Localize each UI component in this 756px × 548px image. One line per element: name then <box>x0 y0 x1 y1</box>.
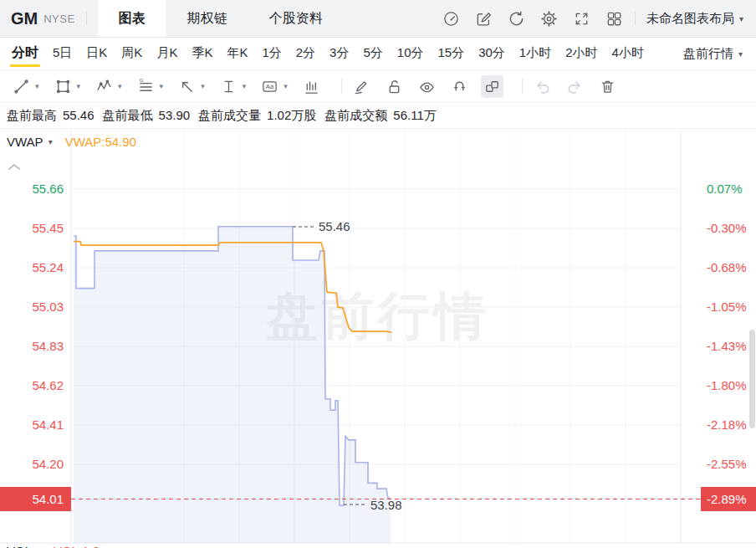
volume-pane-header: VOL ▾ VOL:1.0 <box>7 544 100 548</box>
tool-group: Aa ▾ <box>258 75 292 98</box>
caret-down-icon[interactable]: ▾ <box>118 82 122 90</box>
caret-down-icon[interactable]: ▾ <box>243 82 247 90</box>
timeframe-季K[interactable]: 季K <box>190 38 214 69</box>
rectangle-icon[interactable] <box>52 75 74 98</box>
percent-axis-label: -1.05% <box>707 300 747 315</box>
eye-icon[interactable] <box>416 75 438 98</box>
apps-grid-icon[interactable] <box>605 9 624 28</box>
indicator-row: VWAP ▾ VWAP:54.90 <box>7 135 136 149</box>
gauge-icon[interactable] <box>442 9 461 28</box>
percent-axis-label: -0.68% <box>707 260 747 275</box>
price-axis-label: 55.45 <box>0 221 64 236</box>
undo-icon[interactable] <box>531 75 554 98</box>
elliott-wave-icon[interactable] <box>93 75 115 98</box>
timeframe-30分[interactable]: 30分 <box>477 38 507 69</box>
stat-item: 盘前最低53.90 <box>103 108 191 124</box>
timeframe-10分[interactable]: 10分 <box>396 38 426 69</box>
redo-icon[interactable] <box>564 75 586 98</box>
timeframe-bar: 分时5日日K周K月K季K年K1分2分3分5分10分15分30分1小时2小时4小时… <box>0 38 756 70</box>
divider <box>635 12 636 25</box>
timeframe-2小时[interactable]: 2小时 <box>564 38 599 69</box>
tab-1[interactable]: 图表 <box>98 0 166 37</box>
session-label: 盘前行情 <box>683 46 733 62</box>
volume-pane-name[interactable]: VOL <box>7 544 32 548</box>
timeframe-1分[interactable]: 1分 <box>260 38 283 69</box>
price-range-icon[interactable] <box>217 75 240 98</box>
price-axis-label: 55.24 <box>0 260 64 275</box>
timeframe-年K[interactable]: 年K <box>225 38 249 69</box>
indicator-name[interactable]: VWAP <box>7 135 43 149</box>
top-tab-bar: GM NYSE 图表期权链个股资料 <box>0 0 756 38</box>
settings-icon[interactable] <box>540 9 559 28</box>
axis-scrollbar[interactable] <box>749 330 755 428</box>
timeframe-5分[interactable]: 5分 <box>361 38 384 69</box>
magnet-icon[interactable] <box>448 75 471 98</box>
pattern-icon[interactable] <box>300 75 323 98</box>
premarket-stats-bar: 盘前最高55.46盘前最低53.90盘前成交量1.02万股盘前成交额56.11万 <box>0 103 756 129</box>
timeframe-items: 分时5日日K周K月K季K年K1分2分3分5分10分15分30分1小时2小时4小时 <box>10 38 646 69</box>
svg-text:G: G <box>139 78 143 83</box>
session-selector[interactable]: 盘前行情 ▾ <box>683 46 743 62</box>
tool-group: ▾ <box>217 75 251 98</box>
stat-item: 盘前成交量1.02万股 <box>198 108 316 124</box>
stat-item: 盘前成交额56.11万 <box>324 108 436 124</box>
caret-down-icon[interactable]: ▾ <box>77 82 81 90</box>
chart-area: 盘前行情 VWAP ▾ VWAP:54.90 55.6655.4555.2455… <box>0 129 756 548</box>
indicator-readout: VWAP:54.90 <box>65 135 136 149</box>
percent-axis-label: 0.07% <box>707 182 743 197</box>
percent-axis-label: -1.43% <box>707 339 747 354</box>
fullscreen-icon[interactable] <box>573 9 591 28</box>
stat-item: 盘前最高55.46 <box>7 108 94 124</box>
price-axis-label: 54.20 <box>0 457 64 472</box>
brush-icon[interactable] <box>350 75 373 98</box>
timeframe-日K[interactable]: 日K <box>84 38 109 69</box>
price-axis-label: 54.41 <box>0 417 64 433</box>
caret-down-icon[interactable]: ▾ <box>201 82 205 90</box>
text-icon[interactable]: Aa <box>258 75 281 98</box>
drawing-toolbar: ▾ ▾ ▾ G ▾ ▾ ▾ Aa <box>0 70 756 103</box>
arrow-icon[interactable] <box>176 75 198 98</box>
price-area-fill <box>74 227 391 543</box>
percent-axis-label: -0.30% <box>707 221 747 236</box>
timeframe-分时[interactable]: 分时 <box>10 38 40 69</box>
price-chart <box>0 129 756 548</box>
layout-selector[interactable]: 未命名图表布局 ▾ <box>646 11 743 27</box>
unlock-icon[interactable] <box>383 75 406 98</box>
tab-3[interactable]: 个股资料 <box>248 0 344 37</box>
tool-group: ▾ <box>10 75 43 98</box>
current-price-badge: 54.01 <box>0 487 71 511</box>
tool-group: ▾ <box>176 75 209 98</box>
price-axis-label: 55.66 <box>0 182 64 197</box>
current-percent-badge: -2.89% <box>701 487 756 511</box>
tab-2[interactable]: 期权链 <box>166 0 248 37</box>
timeframe-3分[interactable]: 3分 <box>328 38 350 69</box>
collapse-chevron-icon[interactable] <box>8 159 21 174</box>
caret-down-icon[interactable]: ▾ <box>49 137 53 146</box>
percent-axis-label: -1.80% <box>707 378 747 393</box>
edit-icon[interactable] <box>475 9 493 28</box>
caret-down-icon[interactable]: ▾ <box>160 82 164 90</box>
divider <box>341 79 342 94</box>
exchange-label: NYSE <box>43 13 74 25</box>
low-price-annotation: 53.98 <box>370 498 402 512</box>
caret-down-icon[interactable]: ▾ <box>35 82 39 90</box>
refresh-icon[interactable] <box>508 9 526 28</box>
gann-lines-icon[interactable]: G <box>135 75 157 98</box>
trend-line-icon[interactable] <box>10 75 33 98</box>
timeframe-5日[interactable]: 5日 <box>51 38 74 69</box>
caret-down-icon: ▾ <box>739 14 743 23</box>
caret-down-icon[interactable]: ▾ <box>284 82 288 90</box>
svg-text:Aa: Aa <box>266 83 274 90</box>
high-price-annotation: 55.46 <box>319 219 350 233</box>
timeframe-周K[interactable]: 周K <box>120 38 144 69</box>
volume-readout: VOL:1.0 <box>54 544 100 548</box>
timeframe-2分[interactable]: 2分 <box>294 38 317 69</box>
symbol: GM <box>11 9 38 28</box>
timeframe-月K[interactable]: 月K <box>155 38 179 69</box>
link-drawings-icon[interactable] <box>481 75 503 98</box>
timeframe-1小时[interactable]: 1小时 <box>518 38 553 69</box>
timeframe-15分[interactable]: 15分 <box>436 38 466 69</box>
timeframe-4小时[interactable]: 4小时 <box>610 38 646 69</box>
trash-icon[interactable] <box>596 75 619 98</box>
divider <box>522 79 523 94</box>
